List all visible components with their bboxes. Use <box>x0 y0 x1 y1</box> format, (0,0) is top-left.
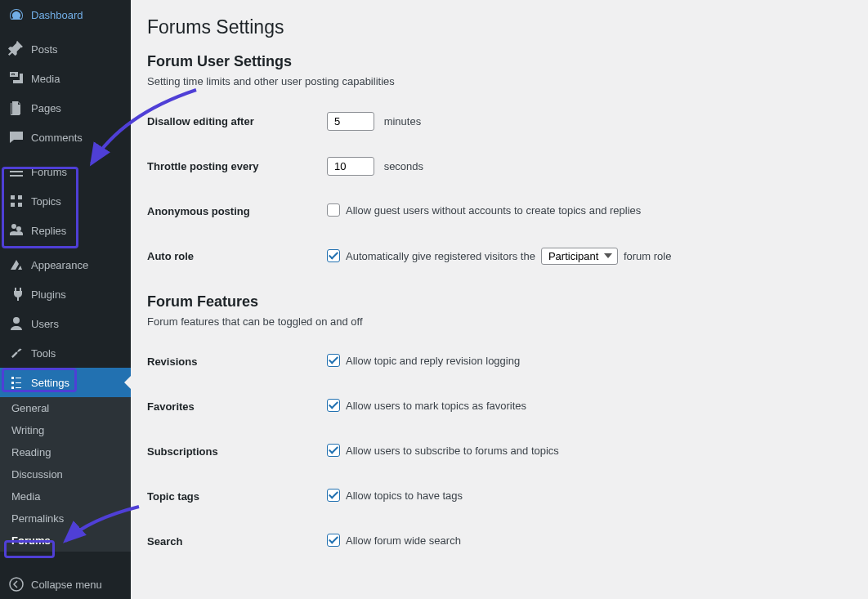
search-checkbox-label[interactable]: Allow forum wide search <box>327 534 461 547</box>
disallow-editing-input[interactable] <box>327 112 374 131</box>
throttle-label: Throttle posting every <box>147 144 327 189</box>
plugins-icon <box>8 286 25 302</box>
submenu-item-reading[interactable]: Reading <box>0 441 131 463</box>
search-label: Search <box>147 519 327 564</box>
sidebar-item-label: Posts <box>31 43 58 56</box>
search-checkbox[interactable] <box>327 534 340 547</box>
submenu-item-general[interactable]: General <box>0 397 131 419</box>
sidebar-item-label: Tools <box>31 347 56 360</box>
tags-cb-text: Allow topics to have tags <box>346 489 463 502</box>
submenu-item-discussion[interactable]: Discussion <box>0 463 131 485</box>
sidebar-item-media[interactable]: Media <box>0 64 131 93</box>
features-desc: Forum features that can be toggled on an… <box>147 315 852 328</box>
sidebar-item-label: Comments <box>31 132 83 144</box>
features-table: Revisions Allow topic and reply revision… <box>147 339 852 564</box>
tags-checkbox[interactable] <box>327 489 340 502</box>
sidebar-item-comments[interactable]: Comments <box>0 123 131 152</box>
throttle-unit: seconds <box>384 160 423 172</box>
sidebar-item-users[interactable]: Users <box>0 309 131 338</box>
revisions-checkbox[interactable] <box>327 354 340 367</box>
collapse-icon <box>8 576 25 592</box>
autorole-select[interactable]: Participant <box>541 248 618 265</box>
favorites-checkbox[interactable] <box>327 399 340 412</box>
comments-icon <box>8 129 25 145</box>
submenu-item-forums[interactable]: Forums <box>0 530 131 552</box>
submenu-item-permalinks[interactable]: Permalinks <box>0 507 131 530</box>
sidebar-item-replies[interactable]: Replies <box>0 216 131 245</box>
sidebar-item-dashboard[interactable]: Dashboard <box>0 0 131 29</box>
sidebar-item-label: Dashboard <box>31 9 83 21</box>
sidebar-item-tools[interactable]: Tools <box>0 338 131 368</box>
appearance-icon <box>8 257 25 273</box>
sidebar-item-settings[interactable]: Settings <box>0 368 131 397</box>
favorites-label: Favorites <box>147 384 327 429</box>
autorole-pre-text: Automatically give registered visitors t… <box>346 250 535 262</box>
tools-icon <box>8 345 25 361</box>
favorites-cb-text: Allow users to mark topics as favorites <box>346 400 526 412</box>
anonymous-checkbox-label[interactable]: Allow guest users without accounts to cr… <box>327 203 641 217</box>
sidebar-item-forums[interactable]: Forums <box>0 157 131 186</box>
revisions-label: Revisions <box>147 339 327 384</box>
anonymous-checkbox[interactable] <box>327 203 340 217</box>
sidebar-item-label: Settings <box>31 377 69 389</box>
main-content: Forums Settings Forum User Settings Sett… <box>131 0 868 599</box>
sidebar-item-appearance[interactable]: Appearance <box>0 250 131 279</box>
sidebar-item-label: Media <box>31 73 60 85</box>
users-icon <box>8 315 25 332</box>
user-settings-desc: Setting time limits and other user posti… <box>147 75 852 87</box>
subs-checkbox-label[interactable]: Allow users to subscribe to forums and t… <box>327 444 559 457</box>
disallow-unit: minutes <box>384 115 422 127</box>
submenu-item-writing[interactable]: Writing <box>0 419 131 441</box>
anonymous-cb-text: Allow guest users without accounts to cr… <box>346 204 641 217</box>
user-settings-table: Disallow editing after minutes Throttle … <box>147 99 852 279</box>
dashboard-icon <box>8 7 25 23</box>
tags-checkbox-label[interactable]: Allow topics to have tags <box>327 489 463 502</box>
settings-icon <box>8 374 25 391</box>
autorole-checkbox[interactable] <box>327 249 340 262</box>
autorole-post-text: forum role <box>624 250 672 262</box>
subs-cb-text: Allow users to subscribe to forums and t… <box>346 445 559 457</box>
features-heading: Forum Features <box>147 293 852 311</box>
sidebar-item-pages[interactable]: Pages <box>0 93 131 123</box>
replies-icon <box>8 222 25 239</box>
sidebar-item-posts[interactable]: Posts <box>0 34 131 64</box>
subs-checkbox[interactable] <box>327 444 340 457</box>
admin-sidebar: Dashboard Posts Media Pages Comments For… <box>0 0 131 599</box>
sidebar-item-topics[interactable]: Topics <box>0 186 131 216</box>
page-title: Forums Settings <box>147 16 852 38</box>
revisions-cb-text: Allow topic and reply revision logging <box>346 355 520 367</box>
disallow-label: Disallow editing after <box>147 99 327 144</box>
sidebar-item-label: Replies <box>31 225 66 237</box>
favorites-checkbox-label[interactable]: Allow users to mark topics as favorites <box>327 399 526 412</box>
user-settings-heading: Forum User Settings <box>147 53 852 70</box>
sidebar-item-label: Appearance <box>31 259 88 271</box>
submenu-item-media[interactable]: Media <box>0 485 131 507</box>
forums-icon <box>8 163 25 180</box>
topics-icon <box>8 193 25 209</box>
autorole-label: Auto role <box>147 234 327 279</box>
pin-icon <box>8 41 25 57</box>
search-cb-text: Allow forum wide search <box>346 534 461 547</box>
tags-label: Topic tags <box>147 474 327 519</box>
sidebar-item-label: Plugins <box>31 288 66 301</box>
throttle-posting-input[interactable] <box>327 157 374 176</box>
autorole-checkbox-label[interactable]: Automatically give registered visitors t… <box>327 248 671 265</box>
revisions-checkbox-label[interactable]: Allow topic and reply revision logging <box>327 354 520 367</box>
settings-submenu: General Writing Reading Discussion Media… <box>0 397 131 552</box>
sidebar-item-label: Topics <box>31 195 61 208</box>
svg-point-0 <box>10 578 23 591</box>
sidebar-item-label: Users <box>31 318 59 330</box>
collapse-label: Collapse menu <box>31 579 102 591</box>
sidebar-item-plugins[interactable]: Plugins <box>0 279 131 309</box>
subs-label: Subscriptions <box>147 429 327 474</box>
anonymous-label: Anonymous posting <box>147 189 327 234</box>
sidebar-item-label: Forums <box>31 166 67 178</box>
collapse-menu-button[interactable]: Collapse menu <box>0 570 131 599</box>
sidebar-item-label: Pages <box>31 102 61 114</box>
page-icon <box>8 100 25 116</box>
media-icon <box>8 70 25 87</box>
